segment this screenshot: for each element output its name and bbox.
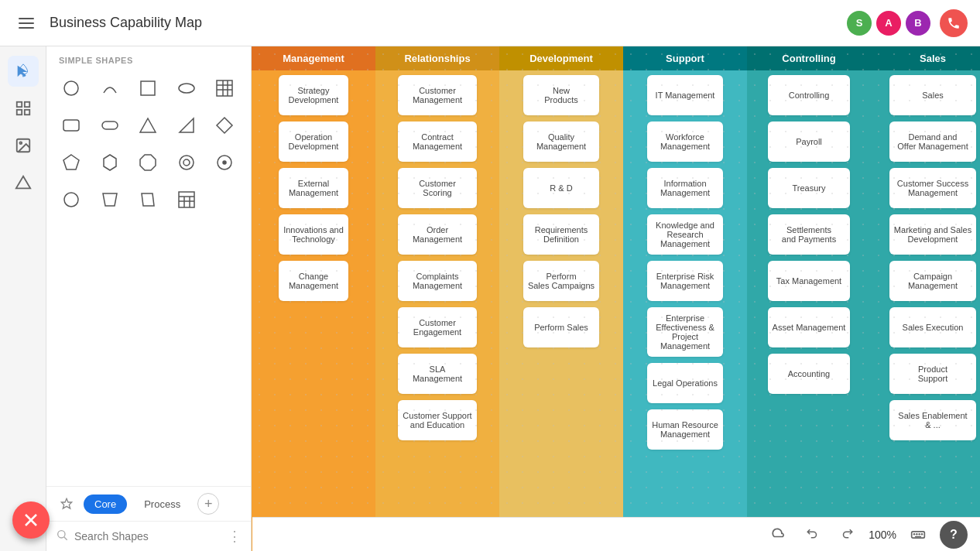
card-sales-execution[interactable]: Sales Execution xyxy=(889,307,976,347)
tab-process[interactable]: Process xyxy=(133,495,191,514)
col-relationships-header: Relationships xyxy=(375,46,499,70)
shape-table-grid[interactable] xyxy=(170,183,204,217)
card-customer-management[interactable]: CustomerManagement xyxy=(398,75,476,115)
card-controlling[interactable]: Controlling xyxy=(768,75,851,115)
card-external-management[interactable]: ExternalManagement xyxy=(279,168,348,208)
avatar-b: B xyxy=(906,11,930,36)
card-marketing-sales-dev[interactable]: Marketing and SalesDevelopment xyxy=(889,214,976,255)
card-information-management[interactable]: InformationManagement xyxy=(647,168,723,208)
shapes-grid xyxy=(46,71,251,217)
card-change-management[interactable]: ChangeManagement xyxy=(279,261,348,301)
card-payroll[interactable]: Payroll xyxy=(768,121,851,162)
shape-ellipse[interactable] xyxy=(170,71,204,105)
zoom-level: 100% xyxy=(869,529,896,541)
redo-button[interactable] xyxy=(834,522,859,547)
card-enterprise-effectiveness[interactable]: EnterpriseEffectiveness &ProjectManageme… xyxy=(647,307,723,357)
left-toolbar xyxy=(0,46,46,551)
menu-button[interactable] xyxy=(12,9,40,37)
card-order-management[interactable]: OrderManagement xyxy=(398,214,476,255)
frame-tool-button[interactable] xyxy=(8,93,39,124)
col-development-header: Development xyxy=(499,46,623,70)
svg-point-30 xyxy=(223,161,226,164)
shape-hexagon[interactable] xyxy=(93,145,127,180)
col-support-header: Support xyxy=(623,46,747,70)
fab-close-button[interactable] xyxy=(12,501,50,539)
card-sales-enablement[interactable]: Sales Enablement& ... xyxy=(889,400,976,440)
card-contract-management[interactable]: ContractManagement xyxy=(398,121,476,162)
svg-marker-33 xyxy=(142,193,154,206)
cursor-tool-button[interactable] xyxy=(8,56,39,87)
card-it-management[interactable]: IT Management xyxy=(647,75,723,115)
card-sales[interactable]: Sales xyxy=(889,75,976,115)
shape-pentagon[interactable] xyxy=(54,145,88,180)
svg-point-31 xyxy=(64,193,78,207)
shape-square[interactable] xyxy=(131,71,165,105)
card-customer-support-education[interactable]: Customer Supportand Education xyxy=(398,400,476,440)
shape-circle-outline[interactable] xyxy=(54,183,88,217)
card-campaign-management[interactable]: CampaignManagement xyxy=(889,261,976,301)
card-customer-engagement[interactable]: CustomerEngagement xyxy=(398,307,476,347)
search-shapes-input[interactable] xyxy=(74,530,221,542)
svg-point-40 xyxy=(58,531,65,538)
card-legal-operations[interactable]: Legal Operations xyxy=(647,363,723,403)
svg-marker-39 xyxy=(61,498,71,508)
shape-octagon[interactable] xyxy=(131,145,165,180)
shape-decagon[interactable] xyxy=(207,145,242,180)
undo-button[interactable] xyxy=(800,522,825,547)
card-accounting[interactable]: Accounting xyxy=(768,354,851,394)
shape-triangle[interactable] xyxy=(131,108,165,142)
shape-trapezoid[interactable] xyxy=(93,183,127,217)
cloud-icon[interactable] xyxy=(766,522,791,547)
shape-tool-button[interactable] xyxy=(8,167,39,198)
card-tax-management[interactable]: Tax Management xyxy=(768,261,851,301)
col-controlling-body: Controlling Payroll Treasury Settlements… xyxy=(763,70,855,551)
card-enterprise-risk[interactable]: Enterprise RiskManagement xyxy=(647,261,723,301)
shape-stadium[interactable] xyxy=(93,108,127,142)
card-innovations-technology[interactable]: Innovations andTechnology xyxy=(279,214,348,255)
shape-circle-sm[interactable] xyxy=(170,145,204,180)
shape-right-triangle[interactable] xyxy=(170,108,204,142)
shape-grid[interactable] xyxy=(207,71,242,105)
card-requirements-definition[interactable]: RequirementsDefinition xyxy=(523,214,599,255)
card-perform-sales-campaigns[interactable]: PerformSales Campaigns xyxy=(523,261,599,301)
card-operation-development[interactable]: OperationDevelopment xyxy=(279,121,348,162)
shape-diamond[interactable] xyxy=(207,108,242,142)
call-button[interactable] xyxy=(940,9,968,37)
card-perform-sales[interactable]: Perform Sales xyxy=(523,307,599,347)
tab-icon[interactable] xyxy=(56,493,77,515)
shape-rounded-rect[interactable] xyxy=(54,108,88,142)
shape-arc[interactable] xyxy=(93,71,127,105)
card-asset-management[interactable]: Asset Management xyxy=(768,307,851,347)
image-tool-button[interactable] xyxy=(8,130,39,161)
card-new-products[interactable]: NewProducts xyxy=(523,75,599,115)
svg-rect-4 xyxy=(16,102,21,107)
search-icon xyxy=(56,529,68,544)
card-quality-management[interactable]: QualityManagement xyxy=(523,121,599,162)
help-button[interactable]: ? xyxy=(940,521,968,549)
svg-point-11 xyxy=(64,81,78,95)
card-strategy-development[interactable]: StrategyDevelopment xyxy=(279,75,348,115)
shape-circle[interactable] xyxy=(54,71,88,105)
card-r-and-d[interactable]: R & D xyxy=(523,168,599,208)
card-knowledge-research[interactable]: Knowledge andResearchManagement xyxy=(647,214,723,255)
card-settlements-payments[interactable]: Settlementsand Payments xyxy=(768,214,851,255)
shape-parallelogram[interactable] xyxy=(131,183,165,217)
svg-rect-6 xyxy=(16,110,21,115)
keyboard-icon[interactable] xyxy=(906,522,930,547)
card-human-resource[interactable]: Human ResourceManagement xyxy=(647,409,723,450)
card-complaints-management[interactable]: ComplaintsManagement xyxy=(398,261,476,301)
svg-marker-21 xyxy=(140,118,156,132)
tab-core[interactable]: Core xyxy=(84,495,127,514)
card-product-support[interactable]: ProductSupport xyxy=(889,354,976,394)
card-workforce-management[interactable]: WorkforceManagement xyxy=(647,121,723,162)
card-demand-offer-management[interactable]: Demand andOffer Management xyxy=(889,121,976,162)
card-treasury[interactable]: Treasury xyxy=(768,168,851,208)
search-more-button[interactable]: ⋮ xyxy=(228,528,242,545)
avatar-group: S A B xyxy=(847,11,930,36)
col-sales-header: Sales xyxy=(871,46,980,70)
card-customer-success[interactable]: Customer SuccessManagement xyxy=(889,168,976,208)
card-customer-scoring[interactable]: CustomerScoring xyxy=(398,168,476,208)
add-tab-button[interactable]: + xyxy=(197,493,219,515)
card-sla-management[interactable]: SLAManagement xyxy=(398,354,476,394)
svg-marker-26 xyxy=(140,155,156,170)
